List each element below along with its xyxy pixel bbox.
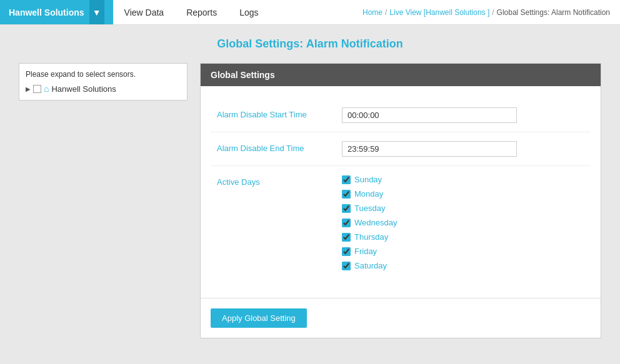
tree-label: Hanwell Solutions [51,84,116,94]
day-checkbox-thursday[interactable] [342,233,351,242]
breadcrumb: Home / Live View [Hanwell Solutions ] / … [362,8,620,17]
home-icon: ⌂ [44,84,49,94]
day-label-sunday: Sunday [354,175,382,184]
nav-logs[interactable]: Logs [228,0,269,24]
active-days-row: Active Days SundayMondayTuesdayWednesday… [211,166,591,279]
active-days-label: Active Days [217,175,342,187]
day-label-tuesday: Tuesday [354,204,385,213]
day-checkbox-wednesday[interactable] [342,219,351,227]
alarm-end-row: Alarm Disable End Time [211,132,591,166]
day-label-saturday: Saturday [354,261,387,270]
day-checkbox-tuesday[interactable] [342,204,351,213]
day-label-thursday: Thursday [354,232,388,242]
nav-view-data[interactable]: View Data [113,0,176,24]
breadcrumb-live-view[interactable]: Live View [Hanwell Solutions ] [389,8,489,17]
tree-checkbox[interactable] [33,85,41,93]
tree-item-hanwell: ▶ ⌂ Hanwell Solutions [26,84,181,94]
breadcrumb-sep-1: / [385,8,387,17]
day-item-tuesday: Tuesday [342,204,584,213]
main-layout: Please expand to select sensors. ▶ ⌂ Han… [19,63,601,338]
day-checkbox-monday[interactable] [342,190,351,199]
navbar: Hanwell Solutions ▼ View Data Reports Lo… [0,0,620,25]
day-label-monday: Monday [354,189,383,199]
settings-footer: Apply Global Setting [201,298,601,338]
day-item-friday: Friday [342,247,584,256]
day-checkbox-friday[interactable] [342,247,351,256]
breadcrumb-home[interactable]: Home [362,8,382,17]
brand-name: Hanwell Solutions [9,7,84,17]
tree-expand-icon[interactable]: ▶ [26,86,31,92]
day-checkbox-saturday[interactable] [342,262,351,270]
nav-links: View Data Reports Logs [113,0,270,24]
days-list: SundayMondayTuesdayWednesdayThursdayFrid… [342,175,584,270]
nav-reports[interactable]: Reports [175,0,228,24]
apply-global-setting-button[interactable]: Apply Global Setting [211,308,307,328]
alarm-end-label: Alarm Disable End Time [217,141,342,153]
day-label-friday: Friday [354,247,377,256]
day-item-wednesday: Wednesday [342,218,584,227]
day-label-wednesday: Wednesday [354,218,397,227]
settings-body: Alarm Disable Start Time Alarm Disable E… [201,86,601,298]
alarm-start-input[interactable] [342,107,517,123]
day-item-monday: Monday [342,189,584,199]
alarm-start-control [342,107,584,123]
breadcrumb-sep-2: / [492,8,494,17]
brand[interactable]: Hanwell Solutions ▼ [0,0,113,24]
sidebar-panel: Please expand to select sensors. ▶ ⌂ Han… [19,63,188,101]
alarm-end-control [342,141,584,157]
page-title: Global Settings: Alarm Notification [19,37,601,51]
day-item-saturday: Saturday [342,261,584,270]
day-checkbox-sunday[interactable] [342,175,351,184]
brand-dropdown[interactable]: ▼ [89,0,104,24]
day-item-sunday: Sunday [342,175,584,184]
alarm-end-input[interactable] [342,141,517,157]
settings-header: Global Settings [201,64,601,86]
alarm-start-row: Alarm Disable Start Time [211,99,591,132]
alarm-start-label: Alarm Disable Start Time [217,107,342,119]
settings-panel: Global Settings Alarm Disable Start Time… [200,63,601,338]
page-content: Global Settings: Alarm Notification Plea… [0,25,620,351]
sidebar-hint: Please expand to select sensors. [26,70,181,79]
breadcrumb-current: Global Settings: Alarm Notification [497,8,610,17]
day-item-thursday: Thursday [342,232,584,242]
